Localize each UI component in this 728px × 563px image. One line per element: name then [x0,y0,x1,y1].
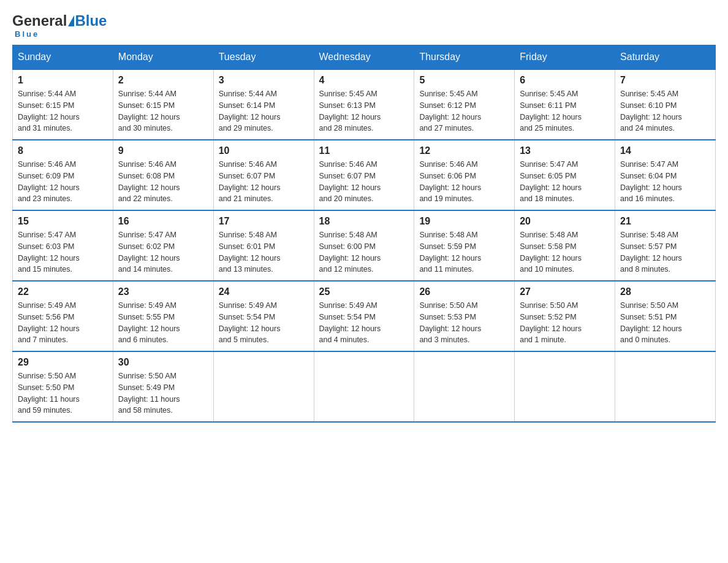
day-number: 30 [118,357,208,368]
day-number: 22 [18,286,108,297]
calendar-day-cell: 7Sunrise: 5:45 AMSunset: 6:10 PMDaylight… [615,69,716,140]
day-info: Sunrise: 5:45 AMSunset: 6:13 PMDaylight:… [319,88,409,134]
day-info: Sunrise: 5:46 AMSunset: 6:07 PMDaylight:… [219,159,309,205]
calendar-day-cell: 14Sunrise: 5:47 AMSunset: 6:04 PMDayligh… [615,140,716,210]
week-row-1: 1Sunrise: 5:44 AMSunset: 6:15 PMDaylight… [13,69,716,140]
day-info: Sunrise: 5:47 AMSunset: 6:03 PMDaylight:… [18,229,108,275]
calendar-day-cell: 3Sunrise: 5:44 AMSunset: 6:14 PMDaylight… [213,69,314,140]
day-info: Sunrise: 5:50 AMSunset: 5:52 PMDaylight:… [520,300,610,346]
day-info: Sunrise: 5:44 AMSunset: 6:14 PMDaylight:… [219,88,309,134]
day-number: 12 [419,145,509,156]
header-friday: Friday [515,45,615,70]
day-number: 28 [620,286,710,297]
calendar-day-cell: 18Sunrise: 5:48 AMSunset: 6:00 PMDayligh… [314,210,414,281]
day-number: 5 [419,75,509,86]
logo-text: GeneralBlue [12,12,107,29]
page-header: GeneralBlue Blue [12,12,716,39]
day-number: 4 [319,75,409,86]
header-thursday: Thursday [414,45,515,70]
day-number: 27 [520,286,610,297]
day-info: Sunrise: 5:47 AMSunset: 6:04 PMDaylight:… [620,159,710,205]
calendar-day-cell [213,351,314,422]
day-number: 23 [118,286,208,297]
calendar-day-cell: 9Sunrise: 5:46 AMSunset: 6:08 PMDaylight… [113,140,213,210]
calendar-day-cell: 8Sunrise: 5:46 AMSunset: 6:09 PMDaylight… [13,140,113,210]
header-saturday: Saturday [615,45,716,70]
day-number: 17 [219,216,309,227]
day-number: 8 [18,145,108,156]
day-info: Sunrise: 5:50 AMSunset: 5:50 PMDaylight:… [18,370,108,416]
calendar-day-cell: 23Sunrise: 5:49 AMSunset: 5:55 PMDayligh… [113,281,213,351]
calendar-day-cell: 12Sunrise: 5:46 AMSunset: 6:06 PMDayligh… [414,140,515,210]
calendar-day-cell: 19Sunrise: 5:48 AMSunset: 5:59 PMDayligh… [414,210,515,281]
day-number: 10 [219,145,309,156]
logo-general: General [12,12,67,29]
day-info: Sunrise: 5:49 AMSunset: 5:54 PMDaylight:… [219,300,309,346]
calendar-day-cell: 30Sunrise: 5:50 AMSunset: 5:49 PMDayligh… [113,351,213,422]
day-number: 29 [18,357,108,368]
logo: GeneralBlue Blue [12,12,107,39]
day-number: 2 [118,75,208,86]
day-number: 26 [419,286,509,297]
day-info: Sunrise: 5:49 AMSunset: 5:56 PMDaylight:… [18,300,108,346]
day-number: 25 [319,286,409,297]
calendar-day-cell [314,351,414,422]
calendar-day-cell: 4Sunrise: 5:45 AMSunset: 6:13 PMDaylight… [314,69,414,140]
day-info: Sunrise: 5:45 AMSunset: 6:10 PMDaylight:… [620,88,710,134]
calendar-day-cell: 16Sunrise: 5:47 AMSunset: 6:02 PMDayligh… [113,210,213,281]
calendar-day-cell: 6Sunrise: 5:45 AMSunset: 6:11 PMDaylight… [515,69,615,140]
day-number: 21 [620,216,710,227]
day-info: Sunrise: 5:46 AMSunset: 6:08 PMDaylight:… [118,159,208,205]
day-info: Sunrise: 5:48 AMSunset: 5:59 PMDaylight:… [419,229,509,275]
calendar-table: Sunday Monday Tuesday Wednesday Thursday… [12,45,716,423]
calendar-day-cell: 28Sunrise: 5:50 AMSunset: 5:51 PMDayligh… [615,281,716,351]
calendar-day-cell [414,351,515,422]
calendar-day-cell [615,351,716,422]
day-info: Sunrise: 5:49 AMSunset: 5:55 PMDaylight:… [118,300,208,346]
calendar-day-cell: 27Sunrise: 5:50 AMSunset: 5:52 PMDayligh… [515,281,615,351]
calendar-day-cell: 11Sunrise: 5:46 AMSunset: 6:07 PMDayligh… [314,140,414,210]
day-info: Sunrise: 5:46 AMSunset: 6:09 PMDaylight:… [18,159,108,205]
day-number: 20 [520,216,610,227]
day-number: 18 [319,216,409,227]
header-sunday: Sunday [13,45,113,70]
calendar-day-cell: 15Sunrise: 5:47 AMSunset: 6:03 PMDayligh… [13,210,113,281]
week-row-5: 29Sunrise: 5:50 AMSunset: 5:50 PMDayligh… [13,351,716,422]
header-tuesday: Tuesday [213,45,314,70]
calendar-day-cell: 17Sunrise: 5:48 AMSunset: 6:01 PMDayligh… [213,210,314,281]
day-info: Sunrise: 5:48 AMSunset: 5:58 PMDaylight:… [520,229,610,275]
logo-triangle-icon [68,15,74,26]
day-info: Sunrise: 5:45 AMSunset: 6:11 PMDaylight:… [520,88,610,134]
day-number: 1 [18,75,108,86]
calendar-header-row: Sunday Monday Tuesday Wednesday Thursday… [13,45,716,70]
day-info: Sunrise: 5:50 AMSunset: 5:49 PMDaylight:… [118,370,208,416]
day-info: Sunrise: 5:48 AMSunset: 6:00 PMDaylight:… [319,229,409,275]
logo-blue: Blue [75,12,107,29]
day-info: Sunrise: 5:44 AMSunset: 6:15 PMDaylight:… [118,88,208,134]
day-number: 9 [118,145,208,156]
calendar-day-cell: 5Sunrise: 5:45 AMSunset: 6:12 PMDaylight… [414,69,515,140]
day-number: 13 [520,145,610,156]
day-info: Sunrise: 5:45 AMSunset: 6:12 PMDaylight:… [419,88,509,134]
day-number: 19 [419,216,509,227]
calendar-day-cell: 22Sunrise: 5:49 AMSunset: 5:56 PMDayligh… [13,281,113,351]
calendar-day-cell: 10Sunrise: 5:46 AMSunset: 6:07 PMDayligh… [213,140,314,210]
day-info: Sunrise: 5:50 AMSunset: 5:53 PMDaylight:… [419,300,509,346]
calendar-day-cell: 29Sunrise: 5:50 AMSunset: 5:50 PMDayligh… [13,351,113,422]
calendar-day-cell: 21Sunrise: 5:48 AMSunset: 5:57 PMDayligh… [615,210,716,281]
header-monday: Monday [113,45,213,70]
day-number: 16 [118,216,208,227]
day-info: Sunrise: 5:50 AMSunset: 5:51 PMDaylight:… [620,300,710,346]
header-wednesday: Wednesday [314,45,414,70]
calendar-day-cell: 24Sunrise: 5:49 AMSunset: 5:54 PMDayligh… [213,281,314,351]
day-number: 7 [620,75,710,86]
calendar-day-cell: 20Sunrise: 5:48 AMSunset: 5:58 PMDayligh… [515,210,615,281]
day-number: 14 [620,145,710,156]
day-info: Sunrise: 5:48 AMSunset: 5:57 PMDaylight:… [620,229,710,275]
calendar-day-cell: 25Sunrise: 5:49 AMSunset: 5:54 PMDayligh… [314,281,414,351]
day-number: 3 [219,75,309,86]
day-info: Sunrise: 5:49 AMSunset: 5:54 PMDaylight:… [319,300,409,346]
day-info: Sunrise: 5:46 AMSunset: 6:06 PMDaylight:… [419,159,509,205]
logo-underline: Blue [13,29,39,39]
day-number: 6 [520,75,610,86]
